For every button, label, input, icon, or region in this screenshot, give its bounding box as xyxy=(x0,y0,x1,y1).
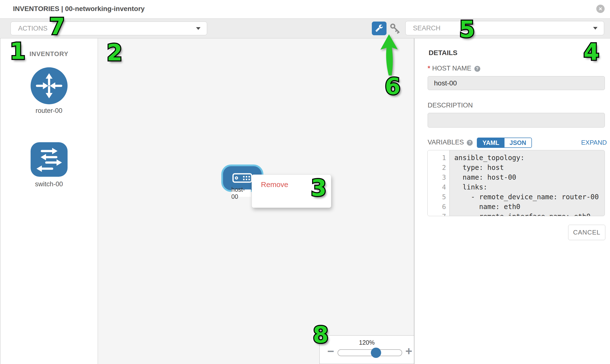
actions-dropdown-label: ACTIONS xyxy=(11,25,196,32)
help-icon[interactable]: ? xyxy=(467,140,473,146)
search-dropdown-label: SEARCH xyxy=(406,25,593,32)
code-line: links: xyxy=(454,182,605,192)
expand-link[interactable]: EXPAND xyxy=(581,139,607,146)
zoom-out-button[interactable]: − xyxy=(327,345,334,357)
page-title: INVENTORIES | 00-networking-inventory xyxy=(13,5,145,13)
code-line: name: eth0 xyxy=(454,202,605,212)
sidebar-item-router[interactable] xyxy=(31,67,67,105)
sidebar-item-switch-label: switch-00 xyxy=(0,181,98,188)
editor-line-numbers: 1 2 3 4 5 6 7 xyxy=(428,150,450,216)
host-name-field[interactable] xyxy=(428,76,605,90)
description-label: DESCRIPTION xyxy=(428,102,473,109)
host-name-label: *HOST NAME? xyxy=(428,65,480,72)
inventory-heading: INVENTORY xyxy=(0,50,98,58)
switch-icon xyxy=(31,173,67,178)
code-line: name: host-00 xyxy=(454,173,605,182)
wrench-icon xyxy=(375,24,383,33)
sidebar-item-router-label: router-00 xyxy=(0,107,98,115)
zoom-in-button[interactable]: + xyxy=(405,345,412,357)
router-icon xyxy=(31,101,67,105)
help-icon[interactable]: ? xyxy=(474,66,480,72)
zoom-control: 120% − + xyxy=(319,335,414,364)
search-dropdown[interactable]: SEARCH xyxy=(405,21,604,35)
zoom-slider-track[interactable] xyxy=(337,349,402,356)
code-line: ansible_topology: xyxy=(454,153,605,163)
cancel-button[interactable]: CANCEL xyxy=(568,225,605,240)
variables-label: VARIABLES? xyxy=(428,139,473,146)
details-heading: DETAILS xyxy=(428,49,457,57)
host-icon xyxy=(232,173,252,184)
code-line: - remote_device_name: router-00 xyxy=(454,192,605,202)
zoom-slider-thumb[interactable] xyxy=(371,348,381,358)
inventory-topology-app: INVENTORIES | 00-networking-inventory ✕ … xyxy=(0,0,610,364)
context-menu-item-remove[interactable]: Remove xyxy=(252,178,331,191)
sidebar-item-switch[interactable] xyxy=(31,142,67,178)
editor-code[interactable]: ansible_topology: type: host name: host-… xyxy=(450,150,605,216)
close-button[interactable]: ✕ xyxy=(596,5,605,13)
variables-format-toggle: YAML JSON xyxy=(477,138,532,148)
code-line: type: host xyxy=(454,163,605,173)
chevron-down-icon xyxy=(196,27,200,30)
host-node-label: host-00 xyxy=(231,189,251,197)
description-field[interactable] xyxy=(428,113,605,128)
code-line: remote_interface_name: eth0 xyxy=(454,212,605,216)
key-icon xyxy=(389,23,401,35)
toggle-json[interactable]: JSON xyxy=(505,138,532,147)
variables-editor[interactable]: 1 2 3 4 5 6 7 ansible_topology: type: ho… xyxy=(427,150,605,216)
key-tool-button[interactable] xyxy=(389,23,401,35)
required-asterisk: * xyxy=(428,65,430,72)
toggle-yaml[interactable]: YAML xyxy=(477,138,505,147)
actions-dropdown[interactable]: ACTIONS xyxy=(11,22,207,35)
close-icon: ✕ xyxy=(598,6,602,12)
context-menu: Details Remove xyxy=(252,175,331,208)
toolbar-button[interactable] xyxy=(372,22,387,35)
chevron-down-icon xyxy=(593,27,597,30)
